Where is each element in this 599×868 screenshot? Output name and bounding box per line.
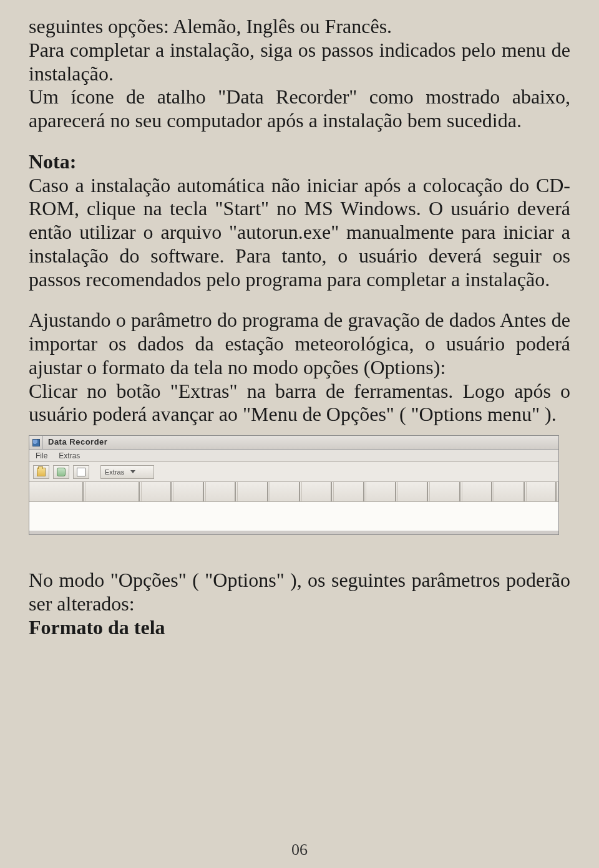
nota-label-text: Nota: <box>29 150 76 173</box>
postfig-text: No modo "Opções" ( "Options" ), os segui… <box>29 569 570 616</box>
window-title: Data Recorder <box>43 436 112 449</box>
grid-header-cell[interactable] <box>398 482 430 501</box>
system-menu-icon[interactable] <box>29 436 43 449</box>
grid-header-cell[interactable] <box>366 482 398 501</box>
titlebar: Data Recorder <box>29 436 558 450</box>
grid-header-cell[interactable] <box>527 482 558 501</box>
toolbar-extras-label: Extras <box>105 468 124 476</box>
chevron-down-icon <box>130 470 135 473</box>
grid-header-cell[interactable] <box>494 482 526 501</box>
app-screenshot: Data Recorder File Extras Extras <box>29 435 559 535</box>
grid-header-cell[interactable] <box>302 482 334 501</box>
grid-header-cell[interactable] <box>85 482 142 501</box>
grid-header-cell[interactable] <box>173 482 205 501</box>
display-format-heading: Formato da tela <box>29 616 570 640</box>
toolbar-open-button[interactable] <box>33 465 49 479</box>
folder-icon <box>37 468 46 476</box>
section-adjusting: Ajustando o parâmetro do programa de gra… <box>29 309 570 379</box>
grid-header-cell[interactable] <box>334 482 366 501</box>
toolbar: Extras <box>29 462 558 482</box>
grid-header-cell[interactable] <box>430 482 462 501</box>
para1-line1: seguintes opções: Alemão, Inglês ou Fran… <box>29 15 570 39</box>
grid-header-cell[interactable] <box>270 482 302 501</box>
nota-label: Nota: <box>29 150 570 174</box>
nota-body: Caso a instalação automática não iniciar… <box>29 174 570 292</box>
grid-body <box>29 502 558 531</box>
menu-file[interactable]: File <box>36 451 47 460</box>
grid-header-cell[interactable] <box>238 482 270 501</box>
toolbar-doc-button[interactable] <box>73 465 89 479</box>
menubar: File Extras <box>29 450 558 462</box>
grid-header-cell[interactable] <box>206 482 238 501</box>
document-icon <box>77 468 85 476</box>
display-format-label: Formato da tela <box>29 616 165 639</box>
grid-header-cell[interactable] <box>142 482 173 501</box>
para1-rest: Para completar a instalação, siga os pas… <box>29 39 570 86</box>
toolbar-import-button[interactable] <box>53 465 69 479</box>
database-icon <box>57 468 66 476</box>
page-number: 06 <box>0 841 599 859</box>
toolbar-extras-button[interactable]: Extras <box>100 465 154 479</box>
menu-extras[interactable]: Extras <box>59 451 80 460</box>
para2: Um ícone de atalho "Data Recorder" como … <box>29 85 570 133</box>
grid-header-cell[interactable] <box>462 482 494 501</box>
section-title: Ajustando o parâmetro do programa de gra… <box>29 309 495 331</box>
section-body-b: Clicar no botão "Extras" na barra de fer… <box>29 380 570 427</box>
grid-header-cell[interactable] <box>29 482 85 501</box>
app-icon <box>32 439 40 446</box>
grid-header-row <box>29 482 558 502</box>
